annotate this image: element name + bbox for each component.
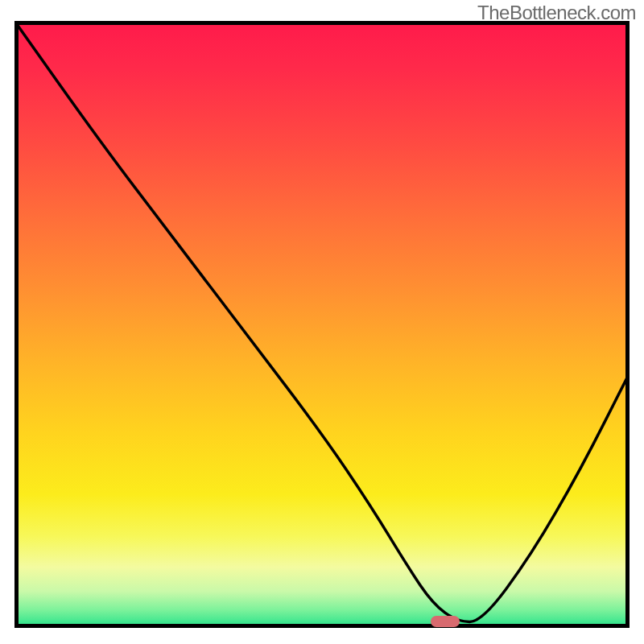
plot-area xyxy=(14,21,630,631)
watermark-text: TheBottleneck.com xyxy=(477,2,636,24)
chart-stage: TheBottleneck.com xyxy=(0,0,644,644)
bottleneck-curve-path xyxy=(14,21,630,622)
curve-svg xyxy=(14,21,630,628)
optimal-marker xyxy=(431,616,460,627)
